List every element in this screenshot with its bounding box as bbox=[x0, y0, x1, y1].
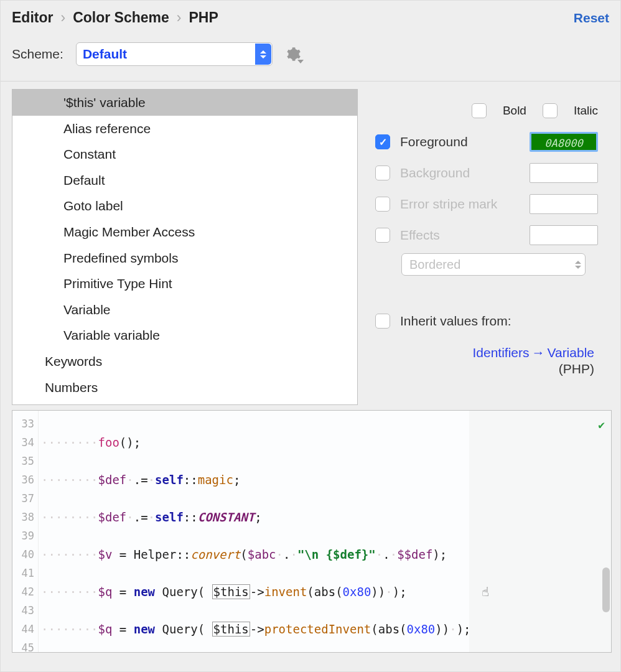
line-number: 45 bbox=[12, 638, 38, 653]
tree-item[interactable]: Magic Member Access bbox=[12, 219, 357, 245]
tree-item[interactable]: Keywords bbox=[12, 348, 357, 375]
hand-cursor-icon: ☝ bbox=[482, 582, 489, 601]
breadcrumb-colorscheme[interactable]: Color Scheme bbox=[73, 9, 169, 26]
chevron-icon: › bbox=[177, 9, 182, 26]
effects-checkbox[interactable] bbox=[375, 228, 390, 243]
line-number: 38 bbox=[12, 508, 38, 526]
tree-item[interactable]: Primitive Type Hint bbox=[12, 271, 357, 297]
breadcrumb-editor[interactable]: Editor bbox=[12, 9, 53, 26]
reset-link[interactable]: Reset bbox=[574, 11, 609, 26]
scheme-label: Scheme: bbox=[12, 47, 63, 62]
breadcrumb-php[interactable]: PHP bbox=[189, 9, 218, 26]
effects-label: Effects bbox=[400, 228, 520, 243]
scrollbar-thumb[interactable] bbox=[602, 567, 610, 612]
scheme-select[interactable]: Default bbox=[76, 42, 273, 66]
line-number: 36 bbox=[12, 470, 38, 489]
effects-swatch[interactable] bbox=[530, 225, 598, 245]
chevron-updown-icon bbox=[575, 261, 581, 269]
chevron-updown-icon bbox=[255, 44, 271, 65]
chevron-icon: › bbox=[60, 9, 65, 26]
line-number: 44 bbox=[12, 620, 38, 638]
tree-item[interactable]: Constant bbox=[12, 141, 357, 167]
line-number: 34 bbox=[12, 433, 38, 452]
foreground-label: Foreground bbox=[400, 134, 520, 149]
inherit-suffix: (PHP) bbox=[375, 362, 594, 376]
bold-checkbox[interactable] bbox=[472, 103, 487, 118]
gear-icon[interactable] bbox=[285, 46, 301, 62]
tree-item[interactable]: Predefined symbols bbox=[12, 245, 357, 271]
tree-item[interactable]: Variable variable bbox=[12, 322, 357, 348]
inherit-link[interactable]: Identifiers→Variable bbox=[472, 345, 594, 360]
effects-type-value: Bordered bbox=[409, 258, 460, 272]
background-swatch[interactable] bbox=[530, 163, 598, 183]
tree-item[interactable]: Default bbox=[12, 167, 357, 194]
foreground-checkbox[interactable] bbox=[375, 134, 390, 149]
bold-label: Bold bbox=[503, 104, 526, 118]
line-number: 43 bbox=[12, 601, 38, 620]
line-number: 33 bbox=[12, 414, 38, 433]
background-label: Background bbox=[400, 166, 520, 180]
italic-label: Italic bbox=[574, 104, 598, 118]
line-gutter: 33343536373839404142434445 bbox=[12, 411, 39, 652]
code-area[interactable]: ········foo(); ········$def·.=·self::mag… bbox=[39, 411, 611, 652]
tree-item[interactable]: '$this' variable bbox=[12, 90, 357, 116]
line-number: 40 bbox=[12, 545, 38, 564]
attributes-panel: Bold Italic Foreground 0A8000 Background… bbox=[358, 82, 620, 405]
breadcrumb: Editor › Color Scheme › PHP bbox=[12, 9, 218, 26]
attribute-tree[interactable]: '$this' variableAlias referenceConstantD… bbox=[12, 89, 358, 405]
tree-item[interactable]: Alias reference bbox=[12, 116, 357, 142]
line-number: 39 bbox=[12, 526, 38, 545]
inherit-label: Inherit values from: bbox=[400, 314, 598, 329]
line-number: 35 bbox=[12, 452, 38, 470]
effects-type-select[interactable]: Bordered bbox=[401, 253, 586, 276]
tree-item[interactable]: Numbers bbox=[12, 375, 357, 401]
foreground-swatch[interactable]: 0A8000 bbox=[530, 132, 598, 152]
checkmark-icon: ✔ bbox=[598, 416, 605, 434]
errorstripe-checkbox[interactable] bbox=[375, 197, 390, 212]
errorstripe-label: Error stripe mark bbox=[400, 197, 520, 212]
background-checkbox[interactable] bbox=[375, 166, 390, 180]
inherit-checkbox[interactable] bbox=[375, 314, 390, 329]
code-preview[interactable]: 33343536373839404142434445 ········foo()… bbox=[12, 410, 612, 653]
line-number: 42 bbox=[12, 582, 38, 601]
line-number: 41 bbox=[12, 564, 38, 582]
scheme-value: Default bbox=[83, 47, 127, 62]
errorstripe-swatch[interactable] bbox=[530, 194, 598, 214]
tree-item[interactable]: PHP Code bbox=[12, 400, 357, 405]
tree-item[interactable]: Goto label bbox=[12, 193, 357, 219]
tree-item[interactable]: Variable bbox=[12, 297, 357, 323]
line-number: 37 bbox=[12, 489, 38, 508]
italic-checkbox[interactable] bbox=[543, 103, 558, 118]
